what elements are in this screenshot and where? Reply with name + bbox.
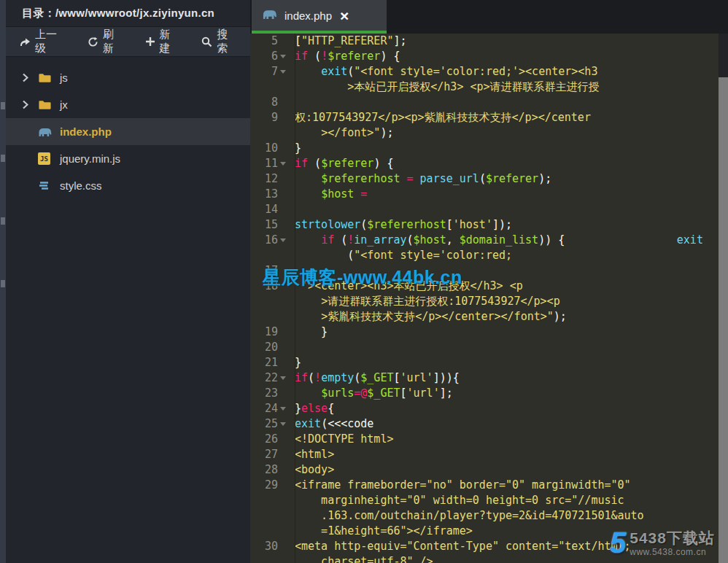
code-row[interactable]: 14 [250,202,728,217]
code-row[interactable]: >请进群联系群主进行授权:1077543927</p><p [250,294,728,309]
fold-spacer [278,355,288,370]
search-button[interactable]: 搜索 [201,28,237,55]
code-row[interactable]: 20 [250,340,728,355]
fold-spacer [278,248,288,263]
chevron-right-icon[interactable] [22,73,34,82]
code-text: ["HTTP_REFERER"]; [295,34,407,49]
line-number: 27 [250,447,278,462]
fold-arrow-icon[interactable] [278,233,288,248]
code-row[interactable]: >紫胤科技技术支持</p></center></font>"); [250,309,728,325]
code-row[interactable]: .163.com/outchain/player?type=2&id=47072… [250,508,728,524]
code-row[interactable]: 12 $refererhost = parse_url($referer); [250,171,728,187]
up-level-icon [19,36,31,47]
fold-arrow-icon[interactable] [278,156,288,171]
code-row[interactable]: 10} [250,141,728,156]
blog-watermark: 星辰博客-www.44bk.cn [263,265,462,290]
fold-spacer [278,125,288,141]
code-row[interactable]: 6if (!$referer) { [250,49,728,64]
code-row[interactable]: 27<html> [250,447,728,462]
tree-item-jx-folder[interactable]: jx [6,91,250,118]
code-row[interactable]: 28<body> [250,462,728,478]
fold-spacer [278,462,288,478]
tree-item-js-folder[interactable]: js [6,64,250,91]
code-row[interactable]: 19 } [250,325,728,340]
php-icon [38,126,54,137]
code-row[interactable]: 9权:1077543927</p><p>紫胤科技技术支持</p></center [250,110,728,125]
code-row[interactable]: ></font>"); [250,125,728,141]
site-logo: 5 [610,529,626,556]
code-row[interactable]: 11if ($referer) { [250,156,728,171]
tab-index-php[interactable]: index.php × [252,0,387,31]
code-text: exit("<font style='color:red;'><center><… [295,64,597,79]
code-row[interactable]: ("<font style='color:red; [250,248,728,263]
code-row[interactable]: 24}else{ [250,401,728,416]
tab-close-icon[interactable]: × [340,8,349,23]
fold-spacer [278,79,288,95]
code-text: $refererhost = parse_url($referer); [295,171,551,187]
line-number [250,554,278,563]
code-row[interactable]: 16 if (!in_array($host, $domain_list)) {… [250,233,728,248]
fold-spacer [278,447,288,462]
up-level-label: 上一级 [35,28,66,55]
tree-item-index-php[interactable]: index.php [6,118,250,145]
code-text: <html> [295,447,334,462]
fold-spacer [278,110,288,125]
code-text: ("<font style='color:red; [295,248,512,263]
fold-spacer [278,554,288,563]
line-number: 7 [250,64,278,79]
fold-spacer [278,340,288,355]
code-text: <iframe frameborder="no" border="0" marg… [295,478,631,493]
code-row[interactable]: 25exit(<<<code [250,416,728,432]
fold-spacer [278,294,288,309]
line-number: 23 [250,386,278,401]
code-row[interactable]: 7 exit("<font style='color:red;'><center… [250,64,728,79]
fold-arrow-icon[interactable] [278,49,288,64]
fold-spacer [278,34,288,49]
code-row[interactable]: >本站已开启授权</h3> <p>请进群联系群主进行授 [250,79,728,95]
fold-spacer [278,171,288,187]
tree-item-label: jx [60,98,68,111]
line-number [250,294,278,309]
fold-arrow-icon[interactable] [278,416,288,432]
code-row[interactable]: 23 $urls=@$_GET['url']; [250,386,728,401]
editor-scrollbar-thumb[interactable] [719,77,728,563]
tree-item-jquery-min-js[interactable]: JS jquery.min.js [6,145,250,172]
code-row[interactable]: 29<iframe frameborder="no" border="0" ma… [250,478,728,493]
code-row[interactable]: marginheight="0" width=0 height=0 src="/… [250,493,728,508]
fold-arrow-icon[interactable] [278,64,288,79]
fold-arrow-icon[interactable] [278,370,288,386]
editor-scrollbar-track[interactable] [719,34,728,563]
code-text: if (!in_array($host, $domain_list)) { ex… [295,233,703,248]
line-number: 22 [250,370,278,386]
code-text: charset=utf-8" /> [295,554,433,563]
line-number [250,524,278,539]
code-row[interactable]: 21} [250,355,728,370]
line-number: 24 [250,401,278,416]
code-row[interactable]: 26<!DOCTYPE html> [250,432,728,447]
chevron-right-icon[interactable] [22,100,34,109]
code-row[interactable]: 13 $host = [250,187,728,202]
tree-item-style-css[interactable]: style.css [6,172,250,199]
refresh-button[interactable]: 刷新 [88,28,123,55]
php-icon [262,8,278,23]
line-number [250,309,278,325]
fold-spacer [278,95,288,110]
refresh-label: 刷新 [103,28,123,55]
background-window-strip [0,0,6,563]
new-file-button[interactable]: 新建 [145,28,180,55]
code-row[interactable]: 5["HTTP_REFERER"]; [250,34,728,49]
explorer-toolbar: 上一级 刷新 新建 搜索 [6,26,250,57]
code-row[interactable]: 22if(!empty($_GET['url'])){ [250,370,728,386]
fold-arrow-icon[interactable] [278,401,288,416]
line-number: 8 [250,95,278,110]
code-row[interactable]: 15strtolower($refererhost['host']); [250,217,728,233]
line-number: 11 [250,156,278,171]
code-row[interactable]: 8 [250,95,728,110]
up-level-button[interactable]: 上一级 [19,28,66,55]
line-number: 30 [250,539,278,554]
code-text: >本站已开启授权</h3> <p>请进群联系群主进行授 [295,79,600,95]
code-text: <!DOCTYPE html> [295,432,393,447]
code-text: marginheight="0" width=0 height=0 src="/… [295,493,624,508]
site-title: 5438下载站 [630,528,715,548]
code-editor[interactable]: 5["HTTP_REFERER"];6if (!$referer) {7 exi… [250,34,728,563]
